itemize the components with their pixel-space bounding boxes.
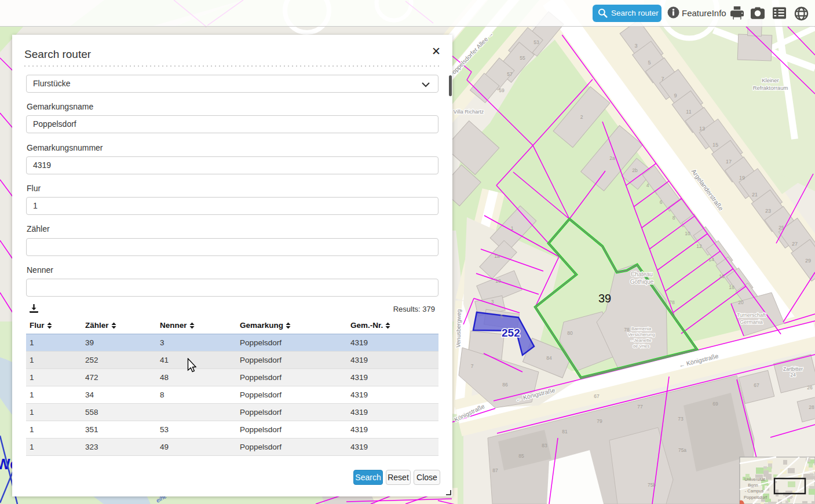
svg-text:252: 252 xyxy=(502,327,520,339)
svg-text:Gothique: Gothique xyxy=(630,279,654,285)
svg-text:7: 7 xyxy=(471,363,474,369)
svg-text:Chateau: Chateau xyxy=(631,271,653,277)
svg-text:87: 87 xyxy=(492,468,498,473)
svg-text:67: 67 xyxy=(754,382,759,388)
svg-text:15: 15 xyxy=(712,142,718,148)
svg-text:- Campus: - Campus xyxy=(745,488,764,494)
svg-text:86: 86 xyxy=(502,382,508,388)
svg-text:1: 1 xyxy=(511,225,514,231)
svg-text:83: 83 xyxy=(542,443,547,448)
svg-text:9: 9 xyxy=(674,93,677,98)
svg-text:3: 3 xyxy=(491,299,494,305)
svg-text:2b: 2b xyxy=(632,167,638,173)
svg-text:18: 18 xyxy=(729,284,734,290)
svg-text:57: 57 xyxy=(507,71,513,77)
svg-text:29: 29 xyxy=(805,258,811,264)
svg-text:84: 84 xyxy=(546,355,552,361)
svg-text:Versicherung: Versicherung xyxy=(628,332,655,337)
svg-text:39: 39 xyxy=(598,292,611,305)
svg-text:7: 7 xyxy=(661,76,664,82)
svg-text:10: 10 xyxy=(685,231,690,236)
svg-text:14: 14 xyxy=(708,257,714,262)
svg-text:19: 19 xyxy=(739,175,745,181)
svg-text:Venusbergweg: Venusbergweg xyxy=(455,309,462,348)
svg-text:78: 78 xyxy=(624,327,630,333)
svg-text:75a: 75a xyxy=(678,447,686,453)
svg-text:Universität: Universität xyxy=(744,477,765,482)
svg-text:8: 8 xyxy=(673,215,675,221)
svg-text:3: 3 xyxy=(634,43,637,49)
svg-text:85: 85 xyxy=(518,453,524,459)
svg-text:81: 81 xyxy=(562,429,568,434)
svg-text:75b: 75b xyxy=(648,482,656,488)
svg-text:13: 13 xyxy=(699,126,705,132)
svg-text:Bonn: Bonn xyxy=(748,483,758,488)
svg-text:1a: 1a xyxy=(494,253,500,259)
svg-text:11: 11 xyxy=(686,109,692,115)
svg-text:Germania: Germania xyxy=(740,319,763,325)
svg-text:Zartbitter: Zartbitter xyxy=(783,366,803,372)
svg-text:17: 17 xyxy=(726,159,732,165)
svg-text:79: 79 xyxy=(597,418,602,424)
svg-text:53: 53 xyxy=(533,39,539,45)
svg-text:12: 12 xyxy=(696,243,702,249)
svg-text:5: 5 xyxy=(648,60,650,65)
svg-text:Barmenia: Barmenia xyxy=(631,326,652,331)
svg-text:73: 73 xyxy=(678,416,684,422)
svg-text:Kleiner: Kleiner xyxy=(762,77,779,83)
svg-text:5: 5 xyxy=(500,313,503,319)
svg-text:21: 21 xyxy=(752,192,758,198)
svg-text:4: 4 xyxy=(646,182,649,188)
svg-text:6: 6 xyxy=(660,199,663,205)
svg-text:2: 2 xyxy=(580,114,583,120)
svg-text:10: 10 xyxy=(495,278,501,284)
svg-text:59: 59 xyxy=(499,87,505,93)
svg-text:20: 20 xyxy=(738,300,744,305)
svg-text:80: 80 xyxy=(567,330,573,336)
svg-text:24: 24 xyxy=(790,372,796,378)
svg-text:2a: 2a xyxy=(609,155,615,161)
svg-text:Poppelsdorf: Poppelsdorf xyxy=(744,495,768,500)
svg-text:Turnerschaft: Turnerschaft xyxy=(737,312,766,318)
svg-text:23: 23 xyxy=(765,208,771,214)
svg-text:26: 26 xyxy=(807,385,813,390)
svg-text:Villa Richartz: Villa Richartz xyxy=(454,109,484,115)
svg-text:67: 67 xyxy=(594,393,600,399)
svg-text:Refraktorraum: Refraktorraum xyxy=(753,85,788,91)
svg-text:78: 78 xyxy=(669,300,675,305)
svg-text:- Jeanette: - Jeanette xyxy=(631,338,652,343)
svg-text:de Vries: de Vries xyxy=(633,344,649,349)
svg-text:77: 77 xyxy=(637,404,643,410)
svg-text:16: 16 xyxy=(719,273,725,279)
svg-text:27: 27 xyxy=(792,241,798,247)
svg-text:55: 55 xyxy=(520,55,525,61)
svg-text:69: 69 xyxy=(712,401,718,407)
svg-text:28: 28 xyxy=(809,404,814,410)
